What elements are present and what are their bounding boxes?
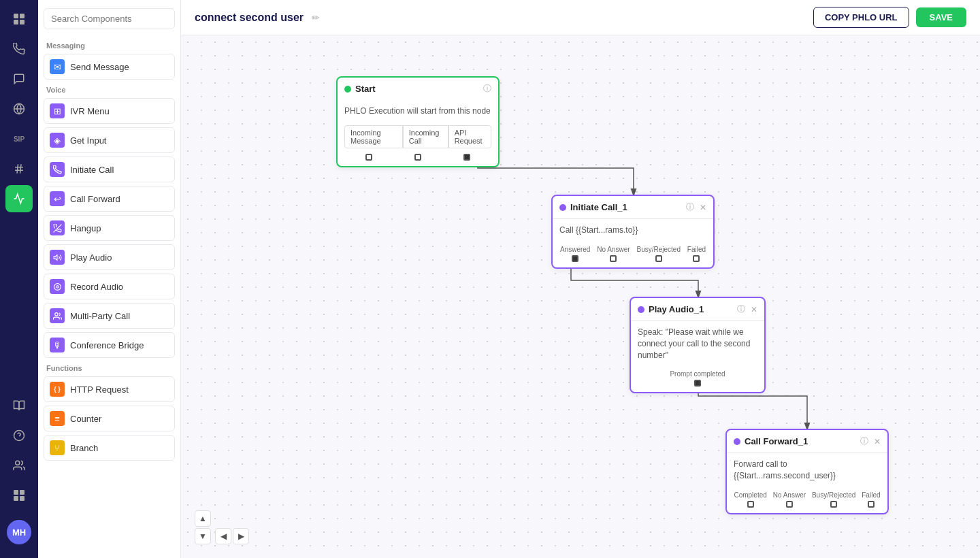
pan-right-button[interactable]: ▶ — [233, 528, 249, 544]
component-call-forward[interactable]: ↩ Call Forward — [44, 186, 175, 212]
nav-icon-grid2[interactable] — [5, 482, 33, 509]
search-input[interactable] — [44, 8, 175, 29]
component-multiparty-call[interactable]: Multi-Party Call — [44, 303, 175, 329]
nav-icon-globe[interactable] — [5, 95, 33, 122]
initiate-call-port-busy-dot — [655, 255, 662, 262]
component-play-audio-label: Play Audio — [70, 252, 112, 263]
start-tab-incoming-message[interactable]: Incoming Message — [344, 125, 403, 148]
call-forward-port-noanswer-dot — [786, 501, 793, 508]
pan-controls: ◀ ▶ — [215, 528, 249, 544]
play-audio-close-icon[interactable]: ✕ — [751, 305, 757, 314]
section-voice: Voice — [44, 83, 175, 98]
initiate-call-port-answered-label: Answered — [560, 246, 590, 253]
play-audio-port-completed-dot — [694, 380, 701, 387]
play-audio-footer: Prompt completed — [631, 366, 764, 392]
initiate-call-info-icon[interactable]: ⓘ — [686, 201, 694, 213]
call-forward-port-busy-label: Busy/Rejected — [812, 491, 855, 499]
play-audio-header: Play Audio_1 ⓘ ✕ — [631, 298, 764, 321]
nav-icon-help[interactable] — [5, 422, 33, 449]
nav-icon-grid[interactable] — [5, 5, 33, 33]
zoom-down-button[interactable]: ▼ — [195, 528, 211, 544]
call-forward-port-failed-dot — [868, 501, 875, 508]
call-forward-port-completed-label: Completed — [734, 491, 766, 499]
zoom-up-button[interactable]: ▲ — [195, 510, 211, 527]
play-audio-icon — [50, 250, 65, 265]
counter-icon: ≡ — [50, 411, 65, 426]
start-tab-api-request[interactable]: API Request — [448, 125, 491, 148]
call-forward-body: Forward call to {{Start...rams.second_us… — [727, 453, 887, 487]
main-area: connect second user ✏ COPY PHLO URL SAVE — [181, 0, 980, 558]
svg-rect-15 — [14, 496, 18, 501]
component-ivr-menu-label: IVR Menu — [70, 106, 110, 116]
start-tabs: Incoming Message Incoming Call API Reque… — [338, 122, 498, 154]
play-audio-port-completed: Prompt completed — [670, 370, 725, 387]
initiate-call-icon — [50, 162, 65, 177]
multiparty-call-icon — [50, 308, 65, 323]
start-port-dot-0 — [365, 154, 372, 161]
copy-phlo-url-button[interactable]: COPY PHLO URL — [813, 7, 909, 28]
component-branch[interactable]: ⑂ Branch — [44, 435, 175, 461]
branch-icon: ⑂ — [50, 440, 65, 455]
play-audio-dot — [638, 306, 644, 313]
nav-sidebar: SIP MH — [0, 0, 38, 558]
user-avatar[interactable]: MH — [7, 520, 31, 544]
svg-line-9 — [20, 164, 22, 174]
component-hangup-label: Hangup — [70, 223, 101, 233]
component-record-audio[interactable]: Record Audio — [44, 274, 175, 299]
call-forward-dot — [734, 438, 740, 445]
svg-rect-16 — [20, 496, 24, 501]
call-forward-icon: ↩ — [50, 191, 65, 206]
call-forward-info-icon[interactable]: ⓘ — [860, 436, 868, 447]
svg-rect-2 — [14, 20, 18, 24]
start-info-icon[interactable]: ⓘ — [483, 83, 491, 95]
nav-icon-hash[interactable] — [5, 155, 33, 182]
component-get-input[interactable]: ◈ Get Input — [44, 127, 175, 153]
component-http-request[interactable]: { } HTTP Request — [44, 376, 175, 402]
start-body: PHLO Execution will start from this node — [338, 100, 498, 122]
initiate-call-close-icon[interactable]: ✕ — [700, 203, 706, 212]
canvas[interactable]: Start ⓘ PHLO Execution will start from t… — [181, 35, 980, 558]
section-messaging: Messaging — [44, 39, 175, 54]
start-node: Start ⓘ PHLO Execution will start from t… — [336, 76, 500, 167]
top-bar: connect second user ✏ COPY PHLO URL SAVE — [181, 0, 980, 35]
component-hangup[interactable]: Hangup — [44, 215, 175, 241]
save-button[interactable]: SAVE — [916, 7, 966, 27]
play-audio-info-icon[interactable]: ⓘ — [737, 303, 745, 315]
call-forward-close-icon[interactable]: ✕ — [874, 437, 881, 446]
nav-icon-contacts[interactable] — [5, 452, 33, 479]
nav-icon-message[interactable] — [5, 65, 33, 93]
start-port-api-request — [463, 154, 470, 161]
svg-point-19 — [56, 285, 58, 287]
call-forward-node: Call Forward_1 ⓘ ✕ Forward call to {{Sta… — [725, 429, 889, 514]
component-initiate-call-label: Initiate Call — [70, 165, 114, 175]
component-conference-bridge[interactable]: 🎙 Conference Bridge — [44, 332, 175, 358]
nav-icon-book[interactable] — [5, 392, 33, 419]
initiate-call-port-busy: Busy/Rejected — [636, 246, 680, 262]
start-tab-incoming-call[interactable]: Incoming Call — [403, 125, 448, 148]
initiate-call-port-noanswer-label: No Answer — [597, 246, 630, 253]
start-port-dot-2 — [463, 154, 470, 161]
initiate-call-port-answered-dot — [572, 255, 578, 262]
start-dot — [344, 86, 351, 93]
edit-title-icon[interactable]: ✏ — [312, 12, 320, 23]
component-conference-bridge-label: Conference Bridge — [70, 340, 144, 350]
component-ivr-menu[interactable]: ⊞ IVR Menu — [44, 98, 175, 124]
component-counter-label: Counter — [70, 414, 101, 424]
nav-icon-sip[interactable]: SIP — [5, 125, 33, 152]
pan-left-button[interactable]: ◀ — [215, 528, 231, 544]
component-send-message[interactable]: ✉ Send Message — [44, 54, 175, 80]
hangup-icon — [50, 220, 65, 235]
nav-icon-flows[interactable] — [5, 185, 33, 212]
nav-icon-phone[interactable] — [5, 35, 33, 63]
component-counter[interactable]: ≡ Counter — [44, 406, 175, 431]
component-branch-label: Branch — [70, 443, 98, 453]
component-initiate-call[interactable]: Initiate Call — [44, 157, 175, 182]
call-forward-port-busy-dot — [830, 501, 837, 508]
component-play-audio[interactable]: Play Audio — [44, 244, 175, 270]
component-multiparty-call-label: Multi-Party Call — [70, 311, 130, 321]
call-forward-port-completed: Completed — [734, 491, 766, 508]
call-forward-port-busy: Busy/Rejected — [812, 491, 855, 508]
svg-rect-14 — [20, 490, 24, 495]
component-call-forward-label: Call Forward — [70, 194, 120, 204]
svg-point-12 — [16, 461, 20, 465]
